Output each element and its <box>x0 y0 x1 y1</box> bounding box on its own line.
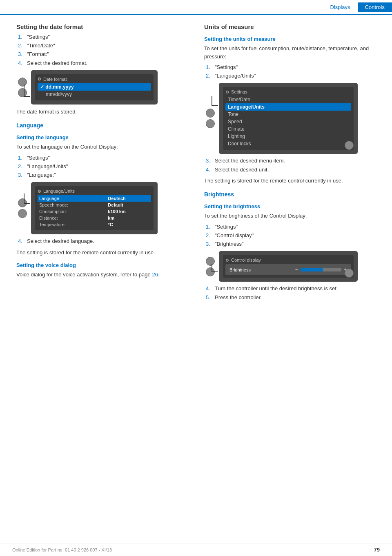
lang-step-3: 3. "Language:" <box>18 171 192 179</box>
lang-row-language: Language: Deutsch <box>38 195 151 202</box>
units-step-2: 2. "Language/Units" <box>206 72 380 80</box>
minus-icon: − <box>295 267 298 273</box>
brightness-fill <box>301 268 323 271</box>
tab-displays[interactable]: Displays <box>323 2 357 12</box>
lang-row-temp: Temperature: °C <box>38 221 151 228</box>
main-content: Setting the date format 1. "Settings" 2.… <box>0 15 392 313</box>
nav-up-btn3[interactable] <box>206 109 215 118</box>
menu-item-ddmmyyyy: ✓ dd.mm.yyyy <box>38 83 151 91</box>
dist-val: km <box>106 215 151 221</box>
settings-screen: ⚙ Settings Time/Date Language/Units Tone… <box>219 83 358 154</box>
brightness-screen-title: Control display <box>231 258 261 262</box>
dist-label: Distance: <box>38 215 106 221</box>
bright-step-2: 2. "Control display" <box>206 232 380 239</box>
item-label: dd.mm.yyyy <box>45 84 74 90</box>
units-steps: 1. "Settings" 2. "Language/Units" <box>204 64 380 80</box>
left-column: Setting the date format 1. "Settings" 2.… <box>16 23 192 305</box>
footer: Online Edition for Part no. 01 40 2 926 … <box>0 543 392 556</box>
bright-step-5: 5. Press the controller. <box>206 294 380 301</box>
brightness-steps: 1. "Settings" 2. "Control display" 3. "B… <box>204 223 380 248</box>
bright-step-4: 4. Turn the controller until the desired… <box>206 285 380 292</box>
brightness-slider-row: − + <box>295 267 347 273</box>
brightness-intro: To set the brightness of the Control Dis… <box>204 212 380 220</box>
units-steps-after: 3. Select the desired menu item. 4. Sele… <box>204 157 380 173</box>
menu-door-locks: Door locks <box>225 140 351 147</box>
screen-title: Date format <box>43 77 67 82</box>
bracket-annotation <box>24 85 30 97</box>
menu-climate: Climate <box>225 125 351 133</box>
brightness-title: Brightness <box>204 191 380 198</box>
settings-menu: Time/Date Language/Units Tone Speed Clim… <box>225 96 351 147</box>
date-format-note: The date format is stored. <box>16 108 192 116</box>
nav-down-btn2[interactable] <box>18 209 27 218</box>
nav-down-btn3[interactable] <box>206 119 215 128</box>
date-format-title: Setting the date format <box>16 23 192 30</box>
language-table: Language: Deutsch Speech mode: Default C… <box>38 195 151 228</box>
lang-note: The setting is stored for the remote con… <box>16 249 192 257</box>
lang-gear-icon: ⚙ <box>38 189 41 193</box>
brightness-screen: ⚙ Control display Brightness − + <box>219 251 358 282</box>
step-3: 3. "Format:" <box>18 51 192 58</box>
lang-row-distance: Distance: km <box>38 215 151 221</box>
setting-brightness-subtitle: Setting the brightness <box>204 203 380 209</box>
units-step-4: 4. Select the desired unit. <box>206 166 380 173</box>
step-4: 4. Select the desired format. <box>18 60 192 67</box>
brightness-control-row: Brightness − + <box>225 264 351 275</box>
gear-icon: ⚙ <box>38 77 41 81</box>
brightness-label: Brightness <box>229 267 251 272</box>
lang-row-consumption: Consumption: l/100 km <box>38 208 151 215</box>
page-link[interactable]: 26 <box>152 271 158 278</box>
lang-screen-title: Language/Units <box>43 189 75 193</box>
lang-step-4: 4. Select the desired language. <box>18 238 192 245</box>
date-format-screen-inner: ⚙ Date format ✓ dd.mm.yyyy mm/dd/yyyy <box>35 74 154 100</box>
settings-screen-header: ⚙ Settings <box>225 89 351 94</box>
menu-speed: Speed <box>225 118 351 125</box>
footer-page: 79 <box>374 547 380 553</box>
brightness-track[interactable] <box>301 268 341 271</box>
date-format-screen-container: ⚙ Date format ✓ dd.mm.yyyy mm/dd/yyyy <box>16 70 192 105</box>
setting-language-subtitle: Setting the language <box>16 134 192 140</box>
lang-step-2: 2. "Language/Units" <box>18 163 192 170</box>
bracket-annotation-3 <box>212 96 218 106</box>
brightness-gear-icon: ⚙ <box>225 258 229 262</box>
temp-val: °C <box>106 221 151 228</box>
brightness-screen-header: ⚙ Control display <box>225 258 351 262</box>
date-format-steps: 1. "Settings" 2. "Time/Date" 3. "Format:… <box>16 33 192 67</box>
speech-label: Speech mode: <box>38 202 106 208</box>
language-screen-container: ⚙ Language/Units Language: Deutsch Speec… <box>16 182 192 234</box>
bright-step-3: 3. "Brightness" <box>206 240 380 248</box>
units-intro: To set the units for fuel consumption, r… <box>204 44 380 60</box>
language-intro: To set the language on the Control Displ… <box>16 143 192 151</box>
units-of-measure-title: Units of measure <box>204 23 380 30</box>
menu-item-mmddyyyy: mm/dd/yyyy <box>38 91 151 98</box>
brightness-steps-after: 4. Turn the controller until the desired… <box>204 285 380 301</box>
lang-val: Deutsch <box>106 195 151 202</box>
cons-val: l/100 km <box>106 208 151 215</box>
language-steps: 1. "Settings" 2. "Language/Units" 3. "La… <box>16 154 192 179</box>
screen-header: ⚙ Date format <box>38 77 151 82</box>
date-format-screen: ⚙ Date format ✓ dd.mm.yyyy mm/dd/yyyy <box>31 70 158 105</box>
lang-label: Language: <box>38 195 106 202</box>
temp-label: Temperature: <box>38 221 106 228</box>
step-1: 1. "Settings" <box>18 33 192 41</box>
units-note: The setting is stored for the remote con… <box>204 177 380 185</box>
lang-step-1: 1. "Settings" <box>18 154 192 162</box>
units-step-1: 1. "Settings" <box>206 64 380 71</box>
header: Displays Controls <box>0 0 392 15</box>
voice-dialog-para: Voice dialog for the voice activation sy… <box>16 271 192 279</box>
bracket-annotation-2 <box>24 193 30 204</box>
lang-step4-list: 4. Select the desired language. <box>16 238 192 245</box>
language-title: Language <box>16 122 192 129</box>
tab-controls[interactable]: Controls <box>358 2 392 12</box>
setting-units-subtitle: Setting the units of measure <box>204 36 380 42</box>
checkmark: ✓ <box>40 84 45 90</box>
speech-val: Default <box>106 202 151 208</box>
settings-gear-icon: ⚙ <box>225 90 229 94</box>
units-step-3: 3. Select the desired menu item. <box>206 157 380 165</box>
lang-screen-header: ⚙ Language/Units <box>38 189 151 193</box>
item-label-2: mm/dd/yyyy <box>46 91 72 97</box>
menu-tone: Tone <box>225 111 351 118</box>
settings-screen-title: Settings <box>231 89 247 94</box>
menu-time-date: Time/Date <box>225 96 351 103</box>
bright-step-1: 1. "Settings" <box>206 223 380 231</box>
